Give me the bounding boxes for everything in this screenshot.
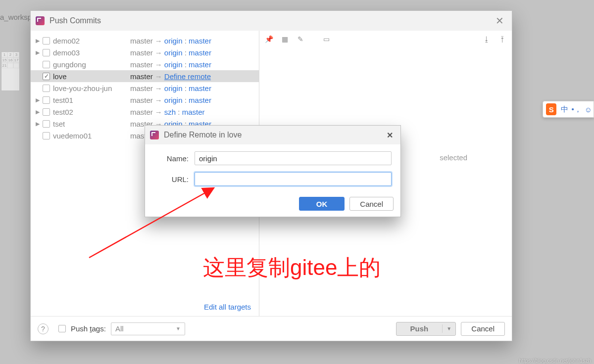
bg-folder-label: a_worksp — [0, 13, 32, 21]
local-branch: master — [130, 37, 153, 45]
repo-checkbox[interactable] — [43, 37, 50, 45]
pin-icon[interactable]: 📌 — [264, 35, 273, 44]
app-icon — [36, 16, 45, 25]
diff-icon[interactable]: ▭ — [322, 35, 331, 44]
ime-emoji-icon[interactable]: ☺ — [585, 105, 592, 114]
repo-row[interactable]: ▶demo02master→origin : master — [31, 35, 259, 46]
repo-row[interactable]: ▶test02master→szh : master — [31, 106, 259, 118]
push-tags-filter-combo[interactable]: All ▼ — [111, 322, 185, 335]
expand-icon[interactable]: ▶ — [35, 97, 41, 103]
local-branch: master — [130, 96, 153, 104]
repo-name: demo02 — [53, 37, 130, 45]
arrow-icon: → — [155, 96, 162, 104]
branch-mapping: master→origin : master — [130, 84, 259, 92]
remote-name-link[interactable]: szh — [164, 108, 176, 116]
app-icon — [150, 131, 159, 139]
repo-row[interactable]: ▶love-you-zhou-junmaster→origin : master — [31, 82, 259, 94]
arrow-icon: → — [155, 37, 162, 45]
define-remote-titlebar: Define Remote in love ✕ — [145, 126, 400, 144]
cancel-button[interactable]: Cancel — [349, 197, 394, 211]
ime-language-indicator[interactable]: 中 — [561, 105, 568, 114]
remote-name-link[interactable]: origin — [164, 84, 183, 92]
repo-name: test02 — [53, 108, 130, 116]
collapse-all-icon[interactable]: ⭱ — [498, 35, 507, 44]
local-branch: master — [130, 108, 153, 116]
local-branch: master — [130, 72, 153, 81]
separator: : — [183, 48, 189, 57]
arrow-icon: → — [155, 84, 162, 92]
define-remote-dialog: Define Remote in love ✕ Name: URL: OK Ca… — [145, 125, 401, 217]
push-tags-label: Push tags: — [71, 324, 106, 333]
repo-name: demo03 — [53, 48, 130, 57]
local-branch: master — [130, 48, 153, 57]
ime-punct-icon[interactable]: •， — [571, 105, 581, 114]
repo-checkbox[interactable] — [43, 96, 50, 104]
remote-name-link[interactable]: origin — [164, 96, 183, 104]
branch-mapping: master→origin : master — [130, 96, 259, 104]
remote-name-link[interactable]: origin — [164, 60, 183, 69]
remote-branch-link[interactable]: master — [189, 96, 211, 104]
repo-row[interactable]: ▶gungdongmaster→origin : master — [31, 58, 259, 70]
remote-name-input[interactable] — [195, 151, 392, 165]
grid-icon[interactable]: ▦ — [280, 35, 289, 44]
dialog-titlebar: Push Commits ✕ — [31, 11, 512, 31]
branch-mapping: master→Define remote — [130, 72, 259, 81]
dialog-title: Push Commits — [50, 16, 492, 25]
separator: : — [183, 60, 189, 69]
preview-toolbar: 📌 ▦ ✎ ▭ ⭳ ⭱ — [259, 31, 512, 46]
close-icon[interactable]: ✕ — [492, 15, 507, 27]
remote-name-link[interactable]: origin — [164, 48, 183, 57]
cancel-button[interactable]: Cancel — [461, 322, 505, 336]
push-button[interactable]: Push ▼ — [396, 322, 456, 336]
remote-name-link[interactable]: origin — [164, 37, 183, 45]
remote-branch-link[interactable]: master — [182, 108, 205, 116]
edit-all-targets-link[interactable]: Edit all targets — [204, 303, 251, 311]
separator: : — [183, 84, 189, 92]
push-tags-checkbox[interactable] — [58, 325, 66, 332]
separator: : — [183, 96, 189, 104]
arrow-icon: → — [155, 48, 162, 57]
ok-button[interactable]: OK — [299, 197, 345, 211]
repo-checkbox[interactable] — [43, 85, 50, 92]
arrow-icon: → — [155, 60, 162, 69]
repo-name: love — [53, 72, 130, 81]
expand-icon[interactable]: ▶ — [35, 38, 41, 44]
remote-branch-link[interactable]: master — [189, 60, 211, 69]
repo-name: love-you-zhou-jun — [53, 84, 130, 92]
ime-logo-icon: S — [546, 103, 556, 115]
branch-mapping: master→szh : master — [130, 108, 259, 116]
push-button-dropdown-icon[interactable]: ▼ — [443, 326, 455, 331]
bg-calendar-widget: 123 151617 21 — [1, 51, 20, 91]
define-remote-link[interactable]: Define remote — [164, 72, 211, 81]
close-icon[interactable]: ✕ — [384, 131, 396, 140]
edit-icon[interactable]: ✎ — [296, 35, 305, 44]
define-remote-title: Define Remote in love — [164, 131, 384, 139]
repo-row[interactable]: ▶test01master→origin : master — [31, 94, 259, 106]
ime-toolbar[interactable]: S 中 •， ☺ — [543, 101, 594, 118]
dialog-button-bar: ? Push tags: All ▼ Push ▼ Cancel — [31, 316, 512, 341]
repo-checkbox[interactable] — [43, 120, 50, 128]
name-label: Name: — [145, 154, 195, 163]
help-icon[interactable]: ? — [38, 323, 49, 334]
repo-row[interactable]: ▶demo03master→origin : master — [31, 46, 259, 58]
remote-branch-link[interactable]: master — [189, 37, 211, 45]
repo-checkbox[interactable] — [43, 73, 50, 80]
remote-branch-link[interactable]: master — [189, 84, 211, 92]
expand-all-icon[interactable]: ⭳ — [482, 35, 491, 44]
watermark: https://blog.csdn.net/john1szh — [519, 358, 591, 364]
remote-branch-link[interactable]: master — [189, 48, 211, 57]
expand-icon[interactable]: ▶ — [35, 121, 41, 127]
repo-checkbox[interactable] — [43, 132, 50, 139]
remote-url-input[interactable] — [195, 172, 392, 186]
edit-all-targets-container: Edit all targets — [31, 298, 259, 316]
chevron-down-icon: ▼ — [176, 326, 181, 331]
repo-checkbox[interactable] — [43, 61, 50, 68]
repo-checkbox[interactable] — [43, 49, 50, 56]
expand-icon[interactable]: ▶ — [35, 109, 41, 115]
repo-name: vuedemo01 — [53, 132, 130, 140]
separator: : — [176, 108, 182, 116]
expand-icon[interactable]: ▶ — [35, 49, 41, 56]
branch-mapping: master→origin : master — [130, 60, 259, 69]
repo-checkbox[interactable] — [43, 108, 50, 116]
repo-row[interactable]: ▶lovemaster→Define remote — [31, 70, 259, 82]
